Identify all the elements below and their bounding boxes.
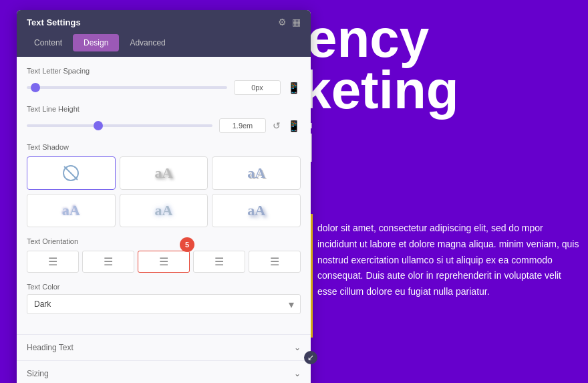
orientation-badge: 5 xyxy=(180,237,194,252)
orient-option-5[interactable]: ☰ xyxy=(249,251,301,273)
accordion-heading-label: Heading Text xyxy=(27,343,74,352)
text-color-label: Text Color xyxy=(27,283,301,291)
text-settings-panel: Text Settings ⚙ ▦ Content Design Advance… xyxy=(17,10,311,383)
shadow-text-3: aA xyxy=(62,202,80,219)
no-shadow-icon xyxy=(61,164,80,182)
orientation-row: ☰ ☰ 5 ☰ ☰ ☰ xyxy=(27,251,301,273)
line-height-label: Text Line Height xyxy=(27,105,301,113)
line-height-row: ↺ 📱 xyxy=(27,118,301,133)
shadow-options-grid: aA aA aA aA aA xyxy=(27,156,301,227)
tab-advanced[interactable]: Advanced xyxy=(119,34,176,51)
accordion-sizing-label: Sizing xyxy=(27,369,49,378)
reset-icon-lh[interactable]: ↺ xyxy=(273,120,281,131)
mobile-icon-lh[interactable]: 📱 xyxy=(287,120,301,132)
mobile-icon-ls[interactable]: 📱 xyxy=(287,82,301,94)
orient-option-1[interactable]: ☰ xyxy=(27,251,79,273)
shadow-text-4: aA xyxy=(155,202,173,219)
letter-spacing-value[interactable] xyxy=(234,80,281,95)
tabs-bar: Content Design Advanced xyxy=(17,34,311,57)
tab-content[interactable]: Content xyxy=(23,34,73,51)
orientation-label: Text Orientation xyxy=(27,237,301,245)
accordion-heading-text[interactable]: Heading Text ⌄ xyxy=(17,334,311,360)
body-text: dolor sit amet, consectetur adipiscing e… xyxy=(317,221,581,300)
shadow-option-2[interactable]: aA xyxy=(212,156,301,190)
text-color-select[interactable]: Dark Light Custom xyxy=(27,294,301,314)
resize-handle[interactable] xyxy=(304,351,317,364)
accordion-sizing-chevron: ⌄ xyxy=(294,369,301,378)
letter-spacing-slider[interactable] xyxy=(27,86,227,89)
orient-option-4[interactable]: ☰ xyxy=(193,251,245,273)
line-height-value[interactable] xyxy=(219,118,266,133)
letter-spacing-label: Text Letter Spacing xyxy=(27,67,301,75)
shadow-option-none[interactable] xyxy=(27,156,116,190)
orient-option-3[interactable]: 5 ☰ xyxy=(138,251,190,273)
panel-header: Text Settings ⚙ ▦ xyxy=(17,10,311,34)
columns-icon[interactable]: ▦ xyxy=(292,17,301,27)
accordion-heading-chevron: ⌄ xyxy=(294,343,301,352)
text-color-select-wrapper: Dark Light Custom xyxy=(27,294,301,314)
orient-option-2[interactable]: ☰ xyxy=(82,251,134,273)
shadow-text-5: aA xyxy=(247,202,265,219)
panel-content: Text Letter Spacing 📱 Text Line Height ↺… xyxy=(17,57,311,334)
panel-title: Text Settings xyxy=(27,17,81,27)
panel-header-icons: ⚙ ▦ xyxy=(278,17,301,27)
accordion-sizing[interactable]: Sizing ⌄ xyxy=(17,360,311,383)
settings-icon[interactable]: ⚙ xyxy=(278,17,287,27)
shadow-text-1: aA xyxy=(155,164,173,182)
shadow-label: Text Shadow xyxy=(27,143,301,151)
line-height-slider[interactable] xyxy=(27,124,212,127)
svg-line-1 xyxy=(64,166,78,180)
shadow-option-4[interactable]: aA xyxy=(120,194,208,227)
shadow-option-5[interactable]: aA xyxy=(212,194,301,227)
shadow-option-3[interactable]: aA xyxy=(27,194,116,227)
letter-spacing-row: 📱 xyxy=(27,80,301,95)
shadow-option-1[interactable]: aA xyxy=(120,156,208,190)
bg-text-line1: ency xyxy=(307,12,429,66)
text-color-row: Text Color Dark Light Custom xyxy=(27,283,301,314)
tab-design[interactable]: Design xyxy=(73,34,119,51)
shadow-text-2: aA xyxy=(247,164,265,182)
